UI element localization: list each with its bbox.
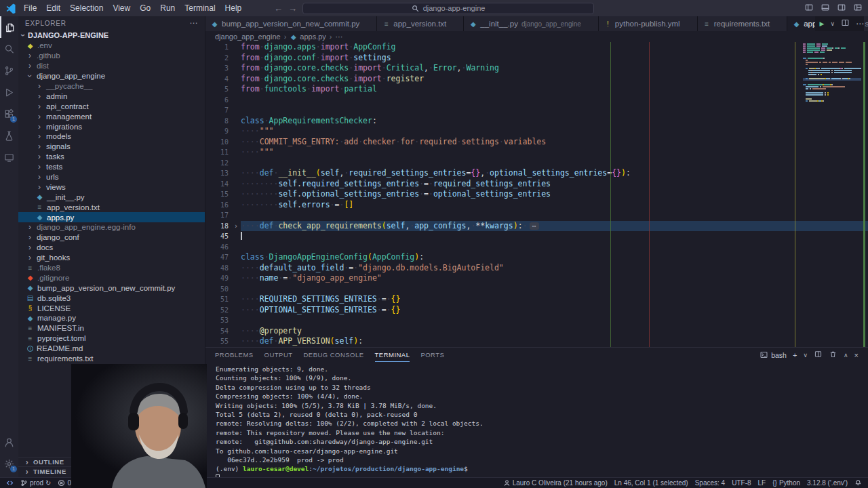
explorer-item-MANIFEST.in[interactable]: ≡MANIFEST.in [18, 323, 205, 333]
terminal-output[interactable]: Enumerating objects: 9, done.Counting ob… [205, 362, 868, 483]
code-line-16[interactable]: 16········self.errors·=·[] [205, 200, 868, 211]
explorer-item-.env[interactable]: ◆.env [18, 41, 205, 51]
cursor-position-item[interactable]: Ln 46, Col 1 (1 selected) [611, 478, 692, 488]
explorer-item-.github[interactable]: ›.github [18, 51, 205, 61]
code-line-7[interactable]: 7 [205, 105, 868, 116]
explorer-item-.gitignore[interactable]: ◆.gitignore [18, 272, 205, 283]
explorer-item-admin[interactable]: ›admin [18, 91, 205, 101]
menu-go[interactable]: Go [135, 0, 155, 16]
tab-__init__.py[interactable]: ◆__init__.pydjango_app_engine [464, 16, 599, 31]
code-line-10[interactable]: 10····COMMIT_MSG_ENTRY:·add·checker·for·… [205, 137, 868, 148]
workspace-root-row[interactable]: › DJANGO-APP-ENGINE [18, 30, 205, 41]
menu-edit[interactable]: Edit [41, 0, 65, 16]
explorer-item-signals[interactable]: ›signals [18, 142, 205, 152]
close-panel-icon[interactable]: × [854, 351, 859, 359]
code-line-15[interactable]: 15········self.optional_settings_entries… [205, 189, 868, 200]
explorer-item-README.md[interactable]: iREADME.md [18, 344, 205, 354]
code-line-12[interactable]: 12 [205, 158, 868, 169]
explorer-item-app_version.txt[interactable]: ≡app_version.txt [18, 202, 205, 212]
activity-extensions-icon[interactable]: 1 [0, 103, 18, 125]
activity-settings-icon[interactable]: 1 [0, 453, 18, 474]
code-line-5[interactable]: 5from·functools·import·partial [205, 84, 868, 95]
split-terminal-icon[interactable] [814, 350, 823, 360]
explorer-item-tasks[interactable]: ›tasks [18, 152, 205, 162]
code-line-52[interactable]: 52····OPTIONAL_SETTINGS_ENTRIES·=·{} [205, 305, 868, 316]
command-center-search[interactable]: django-app-engine [302, 3, 594, 14]
code-line-3[interactable]: 3from·django.core.checks·import·Critical… [205, 63, 868, 74]
code-line-55[interactable]: 55····def·APP_VERSION(self): [205, 336, 868, 347]
toggle-panel-icon[interactable] [821, 3, 830, 14]
tab-app_version.txt[interactable]: ≡app_version.txt [377, 16, 464, 31]
tab-python-publish.yml[interactable]: !python-publish.yml [599, 16, 698, 31]
breadcrumb-item[interactable]: ⋯ [336, 33, 343, 41]
menu-file[interactable]: File [19, 0, 41, 16]
back-icon[interactable]: ← [274, 3, 283, 14]
code-line-13[interactable]: 13····def·__init__(self,·required_settin… [205, 168, 868, 179]
toggle-sidebar-icon[interactable] [804, 3, 814, 14]
menu-run[interactable]: Run [155, 0, 180, 16]
code-line-1[interactable]: 1from·django.apps·import·AppConfig [205, 42, 868, 53]
panel-tab-output[interactable]: OUTPUT [264, 348, 293, 362]
code-line-50[interactable]: 50 [205, 284, 868, 295]
explorer-item-bump_app_version_on_new_commit.py[interactable]: ◆bump_app_version_on_new_commit.py [18, 283, 205, 293]
code-editor[interactable]: 1from·django.apps·import·AppConfig2from·… [205, 42, 868, 347]
more-actions-icon[interactable]: ⋯ [856, 19, 864, 28]
menu-help[interactable]: Help [220, 0, 247, 16]
code-line-54[interactable]: 54····@property [205, 326, 868, 337]
shell-selector[interactable]: bash [760, 350, 787, 359]
explorer-more-actions-icon[interactable]: ⋯ [189, 18, 198, 28]
code-line-18[interactable]: 18›····def·check_app_requirements(self,·… [205, 221, 868, 232]
code-line-11[interactable]: 11····""" [205, 147, 868, 158]
toggle-secondary-sidebar-icon[interactable] [837, 3, 846, 14]
activity-source-control-icon[interactable] [0, 60, 18, 81]
explorer-item-models[interactable]: ›models [18, 131, 205, 142]
explorer-item-__init__.py[interactable]: ◆__init__.py [18, 192, 205, 202]
activity-search-icon[interactable] [0, 38, 18, 60]
code-line-51[interactable]: 51····REQUIRED_SETTINGS_ENTRIES·=·{} [205, 294, 868, 305]
explorer-item-tests[interactable]: ›tests [18, 162, 205, 172]
explorer-item-django_app_engine.egg-info[interactable]: ›django_app_engine.egg-info [18, 222, 205, 232]
explorer-item-docs[interactable]: ›docs [18, 243, 205, 253]
tab-bump_app_version_on_new_commit.py[interactable]: ◆bump_app_version_on_new_commit.py [205, 16, 377, 31]
panel-tab-terminal[interactable]: TERMINAL [375, 348, 410, 362]
explorer-item-dist[interactable]: ›dist [18, 61, 205, 71]
breadcrumb-item[interactable]: ◆apps.py [290, 33, 326, 41]
run-dropdown-icon[interactable]: ∨ [830, 20, 835, 27]
minimap[interactable] [803, 43, 861, 347]
fold-icon[interactable]: › [231, 221, 241, 232]
code-line-47[interactable]: 47class·DjangoAppEngineConfig(AppConfig)… [205, 252, 868, 263]
code-line-48[interactable]: 48····default_auto_field·=·"django.db.mo… [205, 263, 868, 274]
code-line-6[interactable]: 6 [205, 95, 868, 106]
explorer-item-api_contract[interactable]: ›api_contract [18, 101, 205, 111]
panel-tab-problems[interactable]: PROBLEMS [215, 348, 254, 362]
explorer-item-migrations[interactable]: ›migrations [18, 121, 205, 131]
notifications-item[interactable] [851, 478, 865, 488]
explorer-item-management[interactable]: ›management [18, 111, 205, 121]
eol-item[interactable]: LF [755, 478, 770, 488]
code-line-14[interactable]: 14········self.required_settings_entries… [205, 179, 868, 190]
activity-run-debug-icon[interactable] [0, 81, 18, 103]
terminal-dropdown-icon[interactable]: ∨ [803, 352, 808, 359]
explorer-item-__pycache__[interactable]: ›__pycache__ [18, 81, 205, 92]
code-line-9[interactable]: 9····""" [205, 126, 868, 137]
panel-tab-debug-console[interactable]: DEBUG CONSOLE [304, 348, 364, 362]
explorer-item-django_conf[interactable]: ›django_conf [18, 232, 205, 243]
explorer-item-urls[interactable]: ›urls [18, 172, 205, 182]
explorer-item-.flake8[interactable]: ≡.flake8 [18, 263, 205, 273]
code-line-8[interactable]: 8class·AppRequirementsChecker: [205, 116, 868, 127]
code-line-53[interactable]: 53 [205, 315, 868, 326]
code-line-17[interactable]: 17 [205, 210, 868, 221]
encoding-item[interactable]: UTF-8 [728, 478, 754, 488]
code-line-2[interactable]: 2from·django.conf·import·settings [205, 53, 868, 64]
new-terminal-icon[interactable]: + [793, 351, 797, 359]
split-editor-icon[interactable] [841, 18, 850, 29]
git-blame-item[interactable]: Lauro C Oliveira (21 hours ago) [500, 478, 611, 488]
activity-explorer-icon[interactable] [0, 16, 18, 38]
explorer-item-django_app_engine[interactable]: ›django_app_engine [18, 71, 205, 81]
panel-tab-ports[interactable]: PORTS [420, 348, 444, 362]
vscode-logo-icon[interactable] [5, 3, 16, 14]
maximize-panel-icon[interactable]: ∧ [844, 352, 848, 359]
code-line-49[interactable]: 49····name·=·"django_app_engine" [205, 273, 868, 284]
forward-icon[interactable]: → [288, 3, 297, 14]
explorer-item-LICENSE[interactable]: §LICENSE [18, 303, 205, 313]
